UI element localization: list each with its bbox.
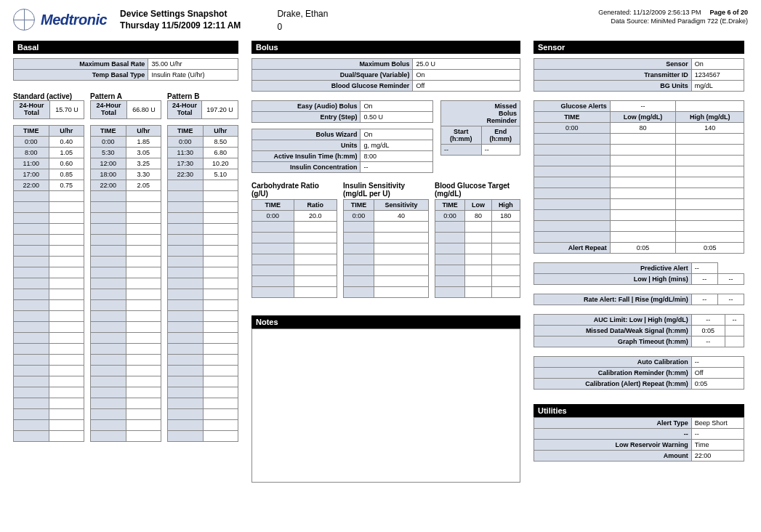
notes-area [251, 329, 520, 483]
brand-text: Medtronic [41, 12, 107, 28]
report-title: Device Settings Snapshot [120, 9, 241, 19]
bolus-subtables: Carbohydrate Ratio (g/U)TIMERatio0:0020.… [251, 182, 520, 298]
basal-summary-table: Maximum Basal Rate35.00 U/hr Temp Basal … [13, 58, 238, 81]
basal-pattern: Pattern B24-HourTotal197.20 UTIMEU/hr0:0… [167, 88, 238, 442]
sensor-heading: Sensor [533, 41, 744, 54]
globe-icon [13, 9, 35, 31]
report-header: Medtronic Device Settings Snapshot Thurs… [13, 9, 748, 32]
basal-pattern: Pattern A24-HourTotal66.80 UTIMEU/hr0:00… [90, 88, 161, 442]
patient-name: Drake, Ethan [277, 9, 328, 19]
auc-table: AUC Limit: Low | High (mg/dL)----Missed … [533, 314, 744, 347]
generated-block: Generated: 11/12/2009 2:56:13 PMPage 6 o… [598, 9, 748, 25]
sensor-kv-table: SensorOnTransmitter ID1234567BG Unitsmg/… [533, 58, 744, 92]
calibration-table: Auto Calibration--Calibration Reminder (… [533, 356, 744, 390]
utilities-heading: Utilities [533, 404, 744, 417]
notes-heading: Notes [251, 315, 520, 329]
bolus-kv-2: Easy (Audio) BolusOnEntry (Step)0.50 U [251, 100, 433, 123]
basal-pattern: Standard (active)24-HourTotal15.70 UTIME… [13, 88, 84, 442]
predictive-alert-table: Predictive Alert--Low | High (mins)---- [533, 262, 744, 285]
report-title-block: Device Settings Snapshot Thursday 11/5/2… [120, 9, 241, 31]
generated-time: Generated: 11/12/2009 2:56:13 PM [598, 9, 701, 16]
missed-bolus-table: Missed Bolus Reminder Start (h:mm)End (h… [440, 100, 520, 156]
patient-block: Drake, Ethan 0 [277, 9, 328, 32]
data-source: Data Source: MiniMed Paradigm 722 (E.Dra… [598, 17, 748, 25]
column-bolus: Bolus Maximum Bolus25.0 UDual/Square (Va… [251, 41, 520, 483]
glucose-alerts-table: Glucose Alerts-- TIMELow (mg/dL)High (mg… [533, 100, 744, 254]
bolus-kv-1: Maximum Bolus25.0 UDual/Square (Variable… [251, 58, 520, 92]
basal-patterns: Standard (active)24-HourTotal15.70 UTIME… [13, 88, 238, 442]
rate-alert-table: Rate Alert: Fall | Rise (mg/dL/min)---- [533, 294, 744, 305]
column-sensor: Sensor SensorOnTransmitter ID1234567BG U… [533, 41, 744, 462]
column-basal: Basal Maximum Basal Rate35.00 U/hr Temp … [13, 41, 238, 442]
page-number: Page 6 of 20 [709, 9, 748, 16]
report-datetime: Thursday 11/5/2009 12:11 AM [120, 20, 241, 31]
basal-heading: Basal [13, 41, 238, 54]
brand-logo: Medtronic [13, 9, 107, 31]
patient-zero: 0 [277, 22, 328, 32]
bolus-heading: Bolus [251, 41, 520, 54]
bolus-kv-3: Bolus WizardOnUnitsg, mg/dLActive Insuli… [251, 129, 433, 173]
utilities-table: Alert TypeBeep Short----Low Reservoir Wa… [533, 417, 744, 462]
